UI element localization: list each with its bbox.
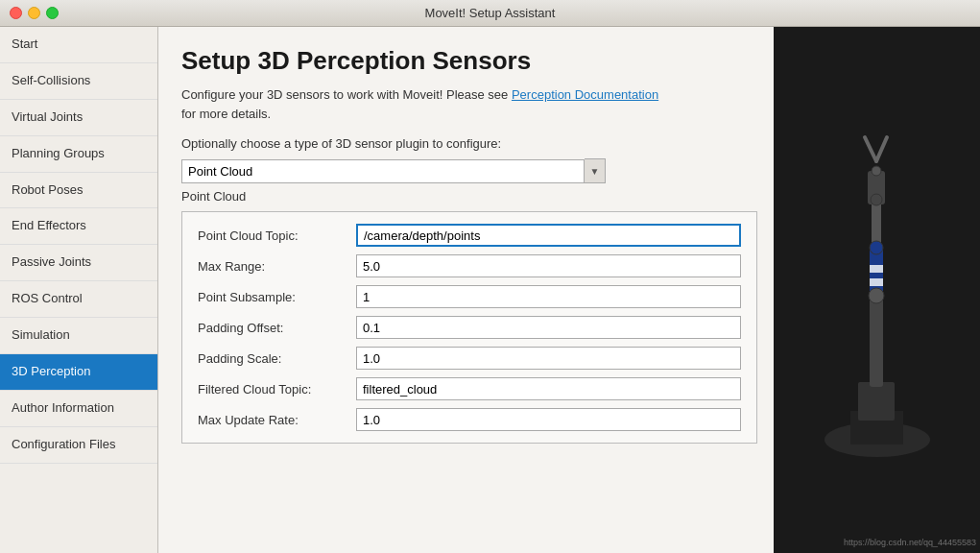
form-box: Point Cloud Topic:Max Range:Point Subsam… [181,211,757,444]
watermark: https://blog.csdn.net/qq_44455583 [844,538,976,547]
page-title: Setup 3D Perception Sensors [181,46,751,76]
form-label-5: Filtered Cloud Topic: [198,382,356,397]
minimize-button[interactable] [28,7,40,19]
optionally-label: Optionally choose a type of 3D sensor pl… [181,136,751,151]
form-input-6[interactable] [356,408,741,431]
content-area: Setup 3D Perception Sensors Configure yo… [158,27,774,553]
form-row: Filtered Cloud Topic: [198,377,741,400]
form-label-0: Point Cloud Topic: [198,228,356,243]
form-label-3: Padding Offset: [198,321,356,335]
form-input-2[interactable] [356,285,741,308]
perception-docs-link[interactable]: Perception Documentation [512,87,658,102]
sidebar-item-end-effectors[interactable]: End Effectors [0,208,157,245]
description-text1: Configure your 3D sensors to work with M… [181,87,512,102]
close-button[interactable] [10,7,22,19]
robot-visualization [774,27,980,553]
sidebar-item-passive-joints[interactable]: Passive Joints [0,245,157,281]
description: Configure your 3D sensors to work with M… [181,85,751,123]
form-label-2: Point Subsample: [198,290,356,304]
point-cloud-section-label: Point Cloud [181,189,751,204]
svg-rect-3 [858,382,895,421]
sidebar-item-simulation[interactable]: Simulation [0,318,157,354]
traffic-lights [10,7,59,19]
svg-point-13 [870,241,883,254]
sidebar-item-self-collisions[interactable]: Self-Collisions [0,63,157,100]
sidebar-scroll-area[interactable]: StartSelf-CollisionsVirtual JointsPlanni… [0,27,157,553]
form-input-0[interactable] [356,224,741,247]
form-label-6: Max Update Rate: [198,413,356,427]
form-input-3[interactable] [356,316,741,339]
sensor-type-select[interactable]: Point Cloud Depth Map None [181,159,585,183]
description-text2: for more details. [181,107,271,121]
sidebar-item-start[interactable]: Start [0,27,157,63]
sidebar-item-configuration-files[interactable]: Configuration Files [0,427,157,464]
svg-rect-6 [870,265,883,273]
form-row: Max Update Rate: [198,408,741,431]
form-label-1: Max Range: [198,259,356,274]
sidebar: StartSelf-CollisionsVirtual JointsPlanni… [0,27,158,553]
form-input-1[interactable] [356,254,741,277]
sensor-type-row: Point Cloud Depth Map None ▼ [181,158,751,183]
form-row: Point Subsample: [198,285,741,308]
svg-rect-7 [870,278,883,286]
sidebar-item-3d-perception[interactable]: 3D Perception [0,354,157,391]
form-label-4: Padding Scale: [198,351,356,366]
form-row: Padding Offset: [198,316,741,339]
form-row: Point Cloud Topic: [198,224,741,247]
form-row: Padding Scale: [198,347,741,370]
maximize-button[interactable] [46,7,59,19]
svg-point-14 [871,194,882,205]
main-container: StartSelf-CollisionsVirtual JointsPlanni… [0,27,980,553]
sidebar-item-robot-poses[interactable]: Robot Poses [0,173,157,209]
sidebar-item-author-information[interactable]: Author Information [0,391,157,427]
svg-point-12 [869,288,884,303]
svg-point-15 [872,166,881,176]
svg-rect-4 [870,296,883,387]
sidebar-item-virtual-joints[interactable]: Virtual Joints [0,100,157,136]
sidebar-item-planning-groups[interactable]: Planning Groups [0,136,157,173]
form-input-4[interactable] [356,347,741,370]
form-input-5[interactable] [356,377,741,400]
select-arrow-icon[interactable]: ▼ [585,158,606,183]
sidebar-item-ros-control[interactable]: ROS Control [0,281,157,318]
3d-viewport: https://blog.csdn.net/qq_44455583 [774,27,980,553]
title-bar: MoveIt! Setup Assistant [0,0,980,27]
form-row: Max Range: [198,254,741,277]
window-title: MoveIt! Setup Assistant [425,6,556,20]
